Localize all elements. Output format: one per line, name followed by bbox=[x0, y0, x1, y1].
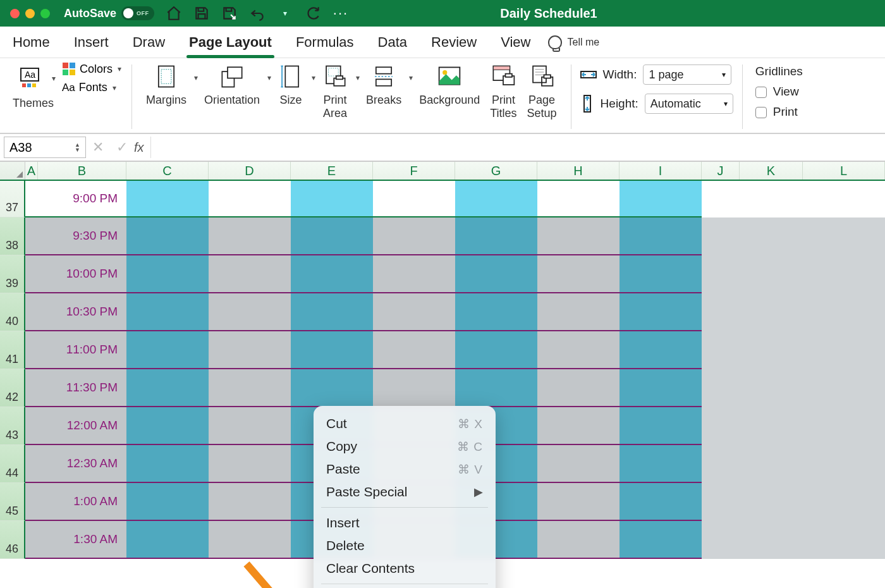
col-header-L[interactable]: L bbox=[803, 162, 885, 180]
save-icon[interactable] bbox=[193, 5, 210, 21]
svg-rect-22 bbox=[376, 79, 391, 85]
time-cell[interactable]: 1:30 AM bbox=[38, 521, 126, 558]
print-titles-button[interactable]: Print Titles bbox=[486, 62, 520, 121]
menu-paste-special[interactable]: Paste Special▶ bbox=[314, 481, 496, 503]
minimize-window-button[interactable] bbox=[25, 9, 35, 18]
svg-text:Aa: Aa bbox=[25, 70, 35, 80]
autosave-toggle[interactable]: AutoSave OFF bbox=[64, 6, 154, 20]
tab-view[interactable]: View bbox=[494, 30, 537, 54]
col-header-A[interactable]: A bbox=[25, 162, 38, 180]
svg-rect-6 bbox=[70, 63, 75, 68]
tab-draw[interactable]: Draw bbox=[126, 30, 171, 54]
cancel-icon[interactable]: ✕ bbox=[92, 139, 104, 156]
tab-data[interactable]: Data bbox=[372, 30, 413, 54]
menu-paste[interactable]: Paste⌘ V bbox=[314, 458, 496, 481]
row-header[interactable]: 44 bbox=[0, 445, 25, 483]
row-header[interactable]: 39 bbox=[0, 255, 25, 293]
row-header[interactable]: 38 bbox=[0, 217, 25, 255]
formula-input[interactable] bbox=[150, 137, 885, 158]
redo-icon[interactable] bbox=[305, 5, 321, 21]
tab-insert[interactable]: Insert bbox=[68, 30, 115, 54]
colors-button[interactable]: Colors▾ bbox=[62, 62, 121, 76]
time-cell[interactable]: 12:00 AM bbox=[38, 407, 126, 444]
svg-rect-8 bbox=[70, 70, 75, 75]
time-cell[interactable]: 9:00 PM bbox=[38, 181, 126, 216]
menu-delete[interactable]: Delete bbox=[314, 534, 496, 557]
menu-cut[interactable]: Cut⌘ X bbox=[314, 412, 496, 435]
row-header[interactable]: 42 bbox=[0, 369, 25, 407]
maximize-window-button[interactable] bbox=[40, 9, 50, 18]
svg-rect-29 bbox=[506, 74, 512, 77]
tab-page-layout[interactable]: Page Layout bbox=[183, 30, 278, 54]
table-row[interactable]: 4111:00 PM bbox=[0, 331, 885, 369]
formula-bar: A38 ▲▼ ✕ ✓ fx bbox=[0, 134, 885, 162]
col-header-C[interactable]: C bbox=[126, 162, 209, 180]
dropdown-icon[interactable]: ▾ bbox=[52, 74, 56, 83]
time-cell[interactable]: 11:30 PM bbox=[38, 369, 126, 406]
margins-button[interactable]: Margins bbox=[142, 62, 190, 108]
tab-review[interactable]: Review bbox=[425, 30, 483, 54]
row-header[interactable]: 40 bbox=[0, 293, 25, 331]
undo-icon[interactable] bbox=[249, 5, 266, 21]
themes-button[interactable]: Aa bbox=[13, 64, 47, 93]
time-cell[interactable]: 9:30 PM bbox=[38, 217, 126, 254]
table-row[interactable]: 379:00 PM bbox=[0, 181, 885, 217]
scale-to-fit-group: Width: 1 page▾ Height: Automatic▾ bbox=[575, 62, 738, 132]
time-cell[interactable]: 12:30 AM bbox=[38, 445, 126, 482]
ribbon-tabs: Home Insert Draw Page Layout Formulas Da… bbox=[0, 27, 885, 58]
col-header-F[interactable]: F bbox=[373, 162, 455, 180]
undo-dropdown-icon[interactable]: ▾ bbox=[277, 5, 293, 21]
col-header-K[interactable]: K bbox=[740, 162, 803, 180]
home-icon[interactable] bbox=[166, 5, 182, 21]
close-window-button[interactable] bbox=[10, 9, 20, 18]
menu-insert[interactable]: Insert bbox=[314, 511, 496, 534]
tab-home[interactable]: Home bbox=[6, 30, 56, 54]
more-icon[interactable]: ··· bbox=[333, 5, 349, 21]
col-header-D[interactable]: D bbox=[209, 162, 291, 180]
tell-me-search[interactable]: Tell me bbox=[548, 35, 599, 49]
table-row[interactable]: 4211:30 PM bbox=[0, 369, 885, 407]
gridlines-print-checkbox[interactable]: Print bbox=[755, 105, 803, 119]
time-cell[interactable]: 1:00 AM bbox=[38, 483, 126, 520]
time-cell[interactable]: 10:30 PM bbox=[38, 293, 126, 330]
col-header-J[interactable]: J bbox=[702, 162, 740, 180]
table-row[interactable]: 389:30 PM bbox=[0, 217, 885, 255]
row-header[interactable]: 45 bbox=[0, 483, 25, 521]
orientation-button[interactable]: Orientation bbox=[200, 62, 264, 108]
row-header[interactable]: 46 bbox=[0, 521, 25, 559]
col-header-I[interactable]: I bbox=[620, 162, 702, 180]
window-controls bbox=[10, 9, 50, 18]
col-header-E[interactable]: E bbox=[291, 162, 373, 180]
height-label: Height: bbox=[601, 97, 638, 111]
breaks-button[interactable]: Breaks bbox=[362, 62, 405, 108]
width-label: Width: bbox=[603, 68, 637, 82]
row-header[interactable]: 41 bbox=[0, 331, 25, 369]
height-select[interactable]: Automatic▾ bbox=[645, 94, 733, 114]
table-row[interactable]: 3910:00 PM bbox=[0, 255, 885, 293]
width-select[interactable]: 1 page▾ bbox=[643, 64, 731, 85]
table-row[interactable]: 4010:30 PM bbox=[0, 293, 885, 331]
fx-icon[interactable]: fx bbox=[134, 140, 144, 155]
print-area-button[interactable]: Print Area bbox=[318, 62, 352, 121]
svg-rect-2 bbox=[22, 83, 26, 87]
fonts-button[interactable]: Aa Fonts▾ bbox=[62, 81, 121, 94]
page-setup-button[interactable]: Page Setup bbox=[523, 62, 561, 121]
tab-formulas[interactable]: Formulas bbox=[290, 30, 360, 54]
select-all-corner[interactable] bbox=[0, 162, 25, 180]
col-header-B[interactable]: B bbox=[38, 162, 126, 180]
time-cell[interactable]: 10:00 PM bbox=[38, 255, 126, 292]
annotation-arrow bbox=[240, 558, 341, 588]
background-button[interactable]: Background bbox=[415, 62, 484, 108]
themes-label: Themes bbox=[13, 97, 54, 110]
enter-icon[interactable]: ✓ bbox=[116, 139, 128, 156]
col-header-H[interactable]: H bbox=[537, 162, 620, 180]
gridlines-view-checkbox[interactable]: View bbox=[755, 85, 803, 99]
menu-copy[interactable]: Copy⌘ C bbox=[314, 435, 496, 458]
row-header[interactable]: 37 bbox=[0, 181, 25, 217]
col-header-G[interactable]: G bbox=[455, 162, 537, 180]
time-cell[interactable]: 11:00 PM bbox=[38, 331, 126, 368]
name-box[interactable]: A38 ▲▼ bbox=[4, 137, 86, 158]
row-header[interactable]: 43 bbox=[0, 407, 25, 445]
size-button[interactable]: Size bbox=[274, 62, 308, 108]
save-as-icon[interactable] bbox=[221, 5, 238, 21]
